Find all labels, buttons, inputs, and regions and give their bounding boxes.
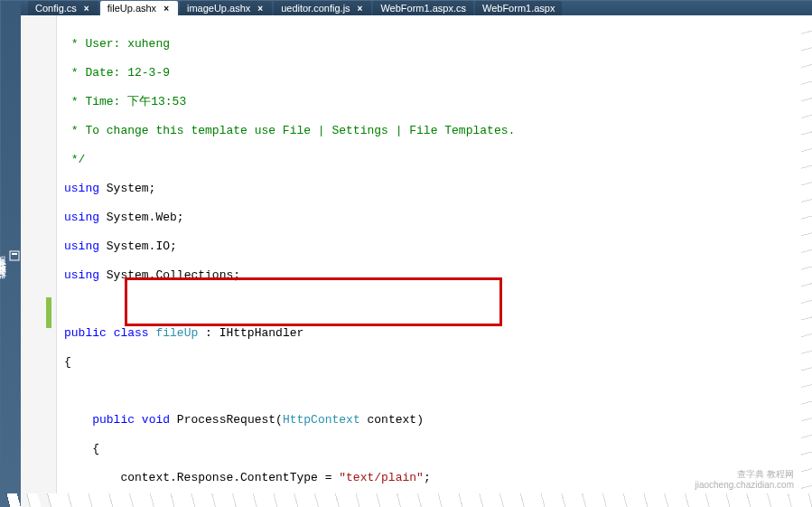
tab-label: imageUp.ashx [187, 3, 250, 14]
server-explorer-label[interactable]: 服务器资源管理器 [0, 249, 8, 263]
tab-ueditor[interactable]: ueditor.config.js × [274, 1, 371, 15]
svg-rect-0 [10, 251, 19, 260]
close-icon[interactable]: × [82, 4, 91, 14]
tab-fileup[interactable]: fileUp.ashx × [100, 1, 178, 15]
tab-label: WebForm1.aspx [482, 3, 555, 14]
watermark: 查字典 教程网 jiaocheng.chazidian.com [695, 469, 794, 491]
tab-label: ueditor.config.js [281, 3, 350, 14]
close-icon[interactable]: × [356, 4, 365, 14]
tab-config[interactable]: Config.cs × [28, 1, 98, 15]
close-icon[interactable]: × [256, 4, 265, 14]
change-marker [46, 297, 51, 328]
server-explorer-icon[interactable] [8, 249, 21, 263]
close-icon[interactable]: × [162, 4, 171, 14]
code-content[interactable]: * User: xuheng * Date: 12-3-9 * Time: 下午… [57, 15, 812, 507]
tab-label: Config.cs [35, 3, 77, 14]
editor-gutter [21, 15, 57, 507]
tab-webform-aspx[interactable]: WebForm1.aspx [475, 1, 563, 15]
side-panel: 服务器资源管理器 工具箱 [1, 1, 21, 506]
tab-webform-cs[interactable]: WebForm1.aspx.cs [373, 1, 473, 15]
tab-label: WebForm1.aspx.cs [380, 3, 466, 14]
tab-bar: Config.cs × fileUp.ashx × imageUp.ashx ×… [21, 1, 812, 15]
svg-rect-1 [12, 253, 17, 255]
tab-label: fileUp.ashx [107, 3, 156, 14]
tab-imageup[interactable]: imageUp.ashx × [180, 1, 272, 15]
code-editor[interactable]: * User: xuheng * Date: 12-3-9 * Time: 下午… [21, 15, 812, 507]
